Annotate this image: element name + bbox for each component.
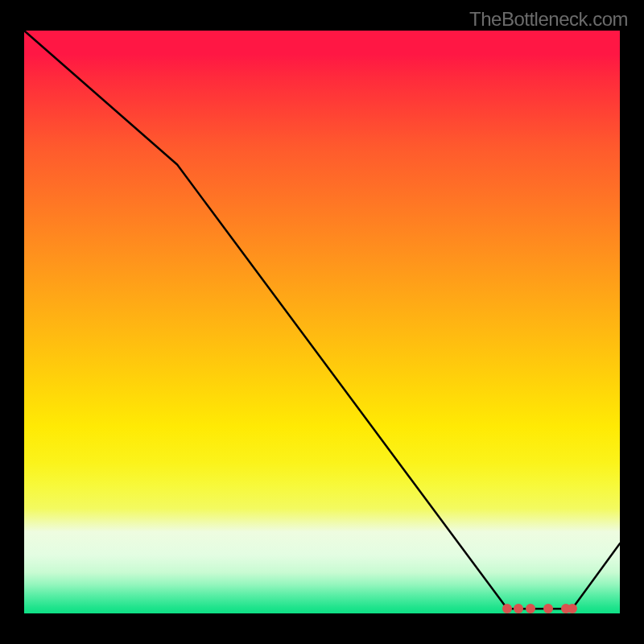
marker-layer [24,31,620,613]
data-marker [543,604,553,613]
chart-container: TheBottleneck.com [0,0,644,644]
watermark-text: TheBottleneck.com [469,8,628,31]
plot-area [24,31,620,613]
data-marker [526,604,535,613]
data-marker [514,604,523,613]
data-marker [502,604,512,613]
data-marker [568,604,577,613]
